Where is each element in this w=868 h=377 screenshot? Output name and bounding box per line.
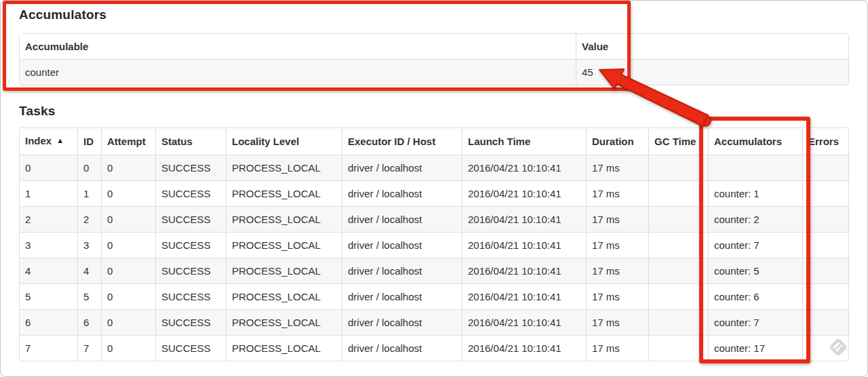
cell-status: SUCCESS	[155, 335, 226, 361]
cell-launch-time: 2016/04/21 10:10:41	[462, 206, 586, 232]
cell-value: 45	[576, 59, 848, 85]
cell-launch-time: 2016/04/21 10:10:41	[462, 309, 586, 335]
cell-status: SUCCESS	[155, 232, 226, 258]
cell-executor: driver / localhost	[342, 283, 462, 309]
cell-id: 6	[77, 309, 101, 335]
cell-launch-time: 2016/04/21 10:10:41	[462, 180, 586, 206]
cell-attempt: 0	[101, 283, 155, 309]
cell-id: 0	[77, 155, 101, 180]
cell-launch-time: 2016/04/21 10:10:41	[462, 283, 586, 309]
cell-executor: driver / localhost	[342, 155, 462, 180]
cell-index: 6	[20, 309, 77, 335]
col-header-index[interactable]: Index▲	[20, 128, 77, 155]
task-row: 3 3 0 SUCCESS PROCESS_LOCAL driver / loc…	[20, 232, 848, 258]
cell-gc-time	[648, 283, 708, 309]
col-header-duration[interactable]: Duration	[586, 128, 648, 155]
col-header-index-label: Index	[25, 135, 52, 146]
cell-executor: driver / localhost	[342, 206, 462, 232]
col-header-id[interactable]: ID	[77, 128, 101, 155]
cell-status: SUCCESS	[155, 283, 226, 309]
cell-id: 4	[77, 258, 101, 283]
cell-index: 5	[20, 283, 77, 309]
cell-gc-time	[648, 180, 708, 206]
cell-status: SUCCESS	[155, 309, 226, 335]
col-header-status[interactable]: Status	[155, 128, 226, 155]
cell-duration: 17 ms	[586, 309, 648, 335]
task-row: 6 6 0 SUCCESS PROCESS_LOCAL driver / loc…	[20, 309, 848, 335]
cell-status: SUCCESS	[155, 206, 226, 232]
cell-accumulators: counter: 2	[708, 206, 802, 232]
cell-launch-time: 2016/04/21 10:10:41	[462, 258, 586, 283]
task-row: 5 5 0 SUCCESS PROCESS_LOCAL driver / loc…	[20, 283, 848, 309]
task-row: 1 1 0 SUCCESS PROCESS_LOCAL driver / loc…	[20, 180, 848, 206]
page-content: Accumulators Accumulable Value counter 4…	[0, 0, 868, 361]
cell-gc-time	[648, 206, 708, 232]
cell-gc-time	[648, 232, 708, 258]
cell-errors	[802, 155, 848, 180]
col-header-errors[interactable]: Errors	[802, 128, 848, 155]
cell-index: 1	[20, 180, 77, 206]
cell-status: SUCCESS	[155, 155, 226, 180]
cell-errors	[802, 335, 848, 361]
cell-index: 3	[20, 232, 77, 258]
cell-gc-time	[648, 309, 708, 335]
cell-errors	[802, 206, 848, 232]
cell-locality: PROCESS_LOCAL	[226, 258, 342, 283]
col-header-launch-time[interactable]: Launch Time	[462, 128, 586, 155]
cell-executor: driver / localhost	[342, 180, 462, 206]
cell-locality: PROCESS_LOCAL	[226, 283, 342, 309]
col-header-accumulable: Accumulable	[20, 34, 576, 59]
cell-accumulators: counter: 7	[708, 232, 802, 258]
cell-duration: 17 ms	[586, 258, 648, 283]
col-header-executor-id-host[interactable]: Executor ID / Host	[342, 128, 462, 155]
cell-attempt: 0	[101, 206, 155, 232]
cell-locality: PROCESS_LOCAL	[226, 155, 342, 180]
cell-gc-time	[648, 335, 708, 361]
cell-launch-time: 2016/04/21 10:10:41	[462, 232, 586, 258]
cell-accumulators: counter: 5	[708, 258, 802, 283]
cell-attempt: 0	[101, 258, 155, 283]
cell-id: 5	[77, 283, 101, 309]
tasks-header-row: Index▲ ID Attempt Status Locality Level …	[20, 128, 848, 155]
cell-duration: 17 ms	[586, 206, 648, 232]
cell-accumulators: counter: 6	[708, 283, 802, 309]
cell-id: 1	[77, 180, 101, 206]
accumulator-row: counter 45	[20, 59, 848, 85]
col-header-accumulators[interactable]: Accumulators	[708, 128, 802, 155]
cell-index: 4	[20, 258, 77, 283]
cell-duration: 17 ms	[586, 180, 648, 206]
col-header-locality-level[interactable]: Locality Level	[226, 128, 342, 155]
cell-id: 7	[77, 335, 101, 361]
cell-status: SUCCESS	[155, 258, 226, 283]
cell-duration: 17 ms	[586, 335, 648, 361]
cell-attempt: 0	[101, 309, 155, 335]
col-header-value: Value	[576, 34, 848, 59]
cell-executor: driver / localhost	[342, 335, 462, 361]
cell-errors	[802, 232, 848, 258]
cell-launch-time: 2016/04/21 10:10:41	[462, 335, 586, 361]
cell-executor: driver / localhost	[342, 258, 462, 283]
task-row: 7 7 0 SUCCESS PROCESS_LOCAL driver / loc…	[20, 335, 848, 361]
cell-duration: 17 ms	[586, 155, 648, 180]
cell-locality: PROCESS_LOCAL	[226, 180, 342, 206]
cell-duration: 17 ms	[586, 283, 648, 309]
accumulators-table: Accumulable Value counter 45	[19, 33, 849, 85]
cell-gc-time	[648, 258, 708, 283]
cell-errors	[802, 180, 848, 206]
cell-accumulators: counter: 7	[708, 309, 802, 335]
cell-errors	[802, 283, 848, 309]
cell-accumulable: counter	[20, 59, 576, 85]
accumulators-section-title: Accumulators	[19, 7, 868, 22]
cell-index: 0	[20, 155, 77, 180]
task-row: 4 4 0 SUCCESS PROCESS_LOCAL driver / loc…	[20, 258, 848, 283]
cell-id: 2	[77, 206, 101, 232]
cell-launch-time: 2016/04/21 10:10:41	[462, 155, 586, 180]
tasks-table: Index▲ ID Attempt Status Locality Level …	[19, 127, 849, 361]
cell-attempt: 0	[101, 155, 155, 180]
cell-accumulators	[708, 155, 802, 180]
col-header-attempt[interactable]: Attempt	[101, 128, 155, 155]
cell-attempt: 0	[101, 335, 155, 361]
cell-duration: 17 ms	[586, 232, 648, 258]
cell-executor: driver / localhost	[342, 309, 462, 335]
col-header-gc-time[interactable]: GC Time	[648, 128, 708, 155]
